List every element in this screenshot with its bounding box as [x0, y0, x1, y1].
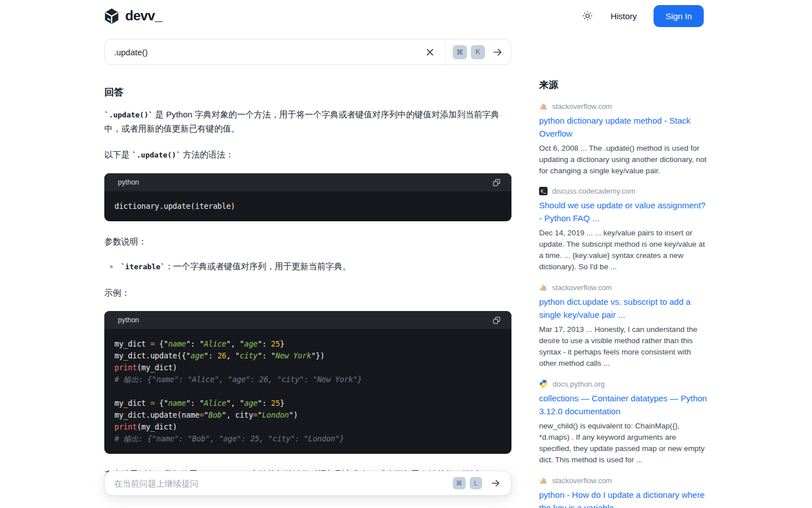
source-domain: stackoverflow.com: [552, 283, 612, 292]
code-block-example: python my_dict = {"name": "Alice", "age"…: [104, 311, 511, 454]
source-meta: stackoverflow.com: [539, 476, 708, 485]
paragraph-text: ：一个字典或者键值对序列，用于更新当前字典。: [165, 261, 351, 271]
source-item: stackoverflow.com python dictionary upda…: [539, 102, 708, 177]
source-title-link[interactable]: collections — Container datatypes — Pyth…: [539, 392, 708, 418]
list-item: `iterable`：一个字典或者键值对序列，用于更新当前字典。: [104, 260, 511, 274]
paragraph-text: 方法的语法：: [180, 150, 233, 159]
source-domain: discuss.codecademy.com: [552, 187, 636, 195]
code-language-label: python: [118, 316, 139, 324]
top-bar: devv_ History Sign In: [0, 0, 812, 32]
source-title-link[interactable]: Should we use update or value assignment…: [539, 199, 708, 225]
codecademy-icon: c_: [539, 187, 548, 195]
submit-followup-button[interactable]: [486, 478, 504, 488]
sign-in-button[interactable]: Sign In: [654, 5, 704, 27]
copy-code-button[interactable]: [491, 177, 502, 189]
code-block-header: python: [104, 311, 511, 329]
source-domain: stackoverflow.com: [552, 476, 612, 485]
history-link[interactable]: History: [611, 11, 637, 21]
search-input[interactable]: [105, 47, 422, 57]
top-right-actions: History Sign In: [581, 5, 704, 27]
source-domain: docs.python.org: [553, 380, 605, 388]
submit-search-button[interactable]: [489, 47, 511, 58]
search-bar: ⌘ K: [104, 39, 511, 65]
answer-paragraph-2: 以下是 `.update()` 方法的语法：: [104, 148, 511, 162]
devv-cube-icon: [103, 7, 120, 24]
example-label: 示例：: [104, 286, 511, 300]
source-snippet: Dec 14, 2019 ... ... key/value pairs to …: [539, 227, 708, 273]
source-item: c_ discuss.codecademy.com Should we use …: [539, 187, 708, 273]
sources-sidebar: 来源 stackoverflow.com python dictionary u…: [539, 78, 708, 508]
cmd-key-badge: ⌘: [453, 477, 466, 489]
l-key-badge: L: [470, 477, 482, 489]
source-title-link[interactable]: python - How do I update a dictionary wh…: [539, 488, 708, 508]
source-meta: stackoverflow.com: [539, 102, 708, 111]
source-snippet: Oct 6, 2008 ... The .update() method is …: [539, 143, 708, 177]
source-title-link[interactable]: python dictionary update method - Stack …: [539, 114, 708, 140]
brand-name: devv_: [125, 8, 162, 24]
followup-input[interactable]: [114, 479, 453, 488]
arrow-right-icon: [492, 47, 503, 58]
source-snippet: Mar 17, 2013 ... Honestly, I can underst…: [539, 324, 708, 369]
source-meta: stackoverflow.com: [539, 283, 708, 292]
code-block-syntax: python dictionary.update(iterable): [104, 173, 511, 221]
answer-heading: 回答: [104, 86, 511, 99]
sources-heading: 来源: [539, 78, 708, 91]
answer-paragraph-1: `.update()` 是 Python 字典对象的一个方法，用于将一个字典或者…: [104, 108, 511, 135]
copy-icon: [492, 178, 501, 187]
params-label: 参数说明：: [104, 235, 511, 248]
arrow-right-icon: [491, 478, 501, 488]
k-key-badge: K: [471, 45, 485, 59]
cmd-key-badge: ⌘: [453, 45, 467, 59]
source-domain: stackoverflow.com: [552, 102, 612, 111]
source-meta: docs.python.org: [539, 379, 708, 388]
devv-logo[interactable]: devv_: [103, 7, 162, 24]
code-block-header: python: [104, 173, 511, 191]
stackoverflow-icon: [539, 476, 548, 485]
code-language-label: python: [118, 178, 139, 186]
inline-code-update: `.update()`: [132, 151, 180, 159]
clear-search-button[interactable]: [422, 48, 438, 56]
source-item: stackoverflow.com python - How do I upda…: [539, 476, 708, 508]
answer-section: 回答 `.update()` 是 Python 字典对象的一个方法，用于将一个字…: [104, 86, 511, 508]
source-item: stackoverflow.com python dict.update vs.…: [539, 283, 708, 369]
paragraph-text: 以下是: [104, 150, 132, 159]
python-icon: [539, 379, 548, 388]
followup-bar: ⌘ L: [104, 471, 511, 496]
bullet-dot: [110, 265, 113, 268]
paragraph-text: 是 Python 字典对象的一个方法，用于将一个字典或者键值对序列中的键值对添加…: [104, 110, 499, 133]
source-snippet: new_child() is equivalent to: ChainMap({…: [539, 421, 708, 466]
sun-icon: [581, 10, 594, 22]
copy-code-button[interactable]: [491, 314, 502, 326]
source-meta: c_ discuss.codecademy.com: [539, 187, 708, 195]
inline-code-update: `.update()`: [104, 111, 153, 119]
main-column: ⌘ K 回答 `.update()` 是 Python 字典对象的一个方法，用于…: [104, 32, 511, 508]
copy-icon: [492, 316, 501, 325]
close-icon: [426, 48, 434, 56]
page-layout: ⌘ K 回答 `.update()` 是 Python 字典对象的一个方法，用于…: [0, 32, 812, 508]
params-list: `iterable`：一个字典或者键值对序列，用于更新当前字典。: [104, 260, 511, 274]
source-item: docs.python.org collections — Container …: [539, 379, 708, 466]
stackoverflow-icon: [539, 102, 548, 111]
source-title-link[interactable]: python dict.update vs. subscript to add …: [539, 295, 708, 321]
inline-code-iterable: `iterable`: [121, 262, 165, 271]
theme-toggle-button[interactable]: [581, 10, 594, 22]
code-content: my_dict = {"name": "Alice", "age": 25}my…: [104, 329, 511, 454]
code-content: dictionary.update(iterable): [104, 191, 511, 221]
search-divider: [445, 40, 446, 64]
stackoverflow-icon: [539, 283, 548, 292]
